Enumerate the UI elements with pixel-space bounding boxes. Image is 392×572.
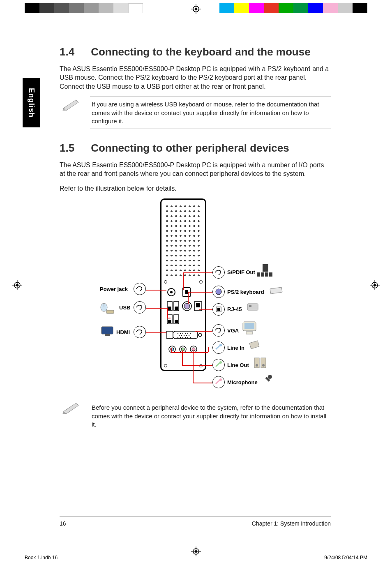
svg-point-3 [195, 8, 197, 10]
svg-rect-32 [166, 331, 173, 339]
section-heading-1-4: 1.4 Connecting to the keyboard and the m… [60, 45, 331, 59]
print-file: Book 1.indb 16 [25, 555, 58, 560]
note-block: If you are using a wireless USB keyboard… [62, 97, 331, 129]
note-pencil-icon [62, 400, 81, 415]
callout-label-rj45: RJ-45 [227, 306, 242, 312]
svg-point-47 [185, 337, 186, 338]
svg-point-15 [195, 550, 197, 553]
svg-point-76 [219, 361, 222, 364]
note-block: Before you connect a peripheral device t… [62, 400, 331, 432]
svg-point-40 [181, 335, 182, 336]
callout-label-usb: USB [119, 304, 130, 311]
note-text: Before you connect a peripheral device t… [90, 400, 331, 432]
usb-device-icon [105, 306, 115, 317]
svg-point-37 [187, 333, 188, 334]
language-tab: English [23, 78, 40, 127]
svg-point-48 [187, 337, 188, 338]
speakers-icon [254, 356, 267, 369]
svg-point-41 [184, 335, 184, 336]
svg-rect-60 [101, 327, 113, 334]
callout-circle [134, 326, 146, 338]
microphone-icon [263, 374, 273, 385]
callout-circle [212, 303, 225, 316]
svg-rect-23 [175, 307, 178, 310]
cassette-player-icon [249, 340, 260, 351]
svg-rect-64 [261, 272, 264, 277]
callout-circle [212, 341, 225, 354]
rear-panel-diagram: Power jack USB HDMI S/PDIF Out PS/2 [60, 198, 331, 392]
usb-ps2-rj45-row [166, 300, 200, 312]
svg-point-34 [180, 333, 181, 334]
page-footer: 16 Chapter 1: System introduction [60, 517, 331, 527]
svg-point-79 [256, 364, 258, 367]
svg-point-43 [189, 335, 189, 336]
callout-label-power: Power jack [100, 286, 128, 292]
svg-point-44 [178, 337, 178, 338]
registration-mark-icon [12, 280, 22, 292]
crt-monitor-icon [241, 321, 258, 335]
svg-rect-65 [265, 272, 268, 277]
chapter-label: Chapter 1: System introduction [252, 520, 331, 527]
svg-rect-62 [263, 264, 268, 272]
page-number: 16 [60, 520, 66, 527]
svg-point-17 [170, 291, 173, 293]
svg-rect-73 [244, 323, 254, 329]
speaker-system-icon [257, 264, 273, 277]
svg-point-67 [216, 289, 221, 295]
callout-label-spdif: S/PDIF Out [227, 269, 255, 275]
svg-rect-74 [246, 332, 253, 334]
modem-icon [247, 301, 259, 312]
svg-point-36 [185, 333, 186, 334]
svg-rect-59 [106, 310, 114, 314]
section-title: Connecting to the keyboard and the mouse [91, 45, 331, 59]
section-title: Connecting to other peripheral devices [91, 141, 331, 155]
svg-point-82 [268, 375, 272, 379]
callout-label-lineout: Line Out [227, 362, 249, 368]
svg-point-80 [262, 364, 265, 367]
svg-point-81 [219, 378, 222, 381]
callout-circle [212, 376, 225, 388]
usb-row-2 [166, 314, 200, 325]
svg-point-11 [374, 284, 376, 286]
svg-point-25 [184, 303, 190, 309]
svg-point-7 [16, 284, 18, 286]
svg-rect-69 [217, 308, 220, 311]
svg-rect-29 [168, 320, 171, 323]
registration-mark-icon [370, 280, 380, 292]
svg-point-45 [180, 337, 181, 338]
section-number: 1.4 [60, 45, 74, 59]
callout-label-hdmi: HDMI [116, 329, 130, 335]
svg-point-75 [219, 344, 222, 346]
svg-rect-66 [269, 272, 272, 277]
svg-rect-61 [105, 334, 110, 336]
svg-point-50 [198, 333, 202, 337]
svg-point-42 [186, 335, 187, 336]
note-text: If you are using a wireless USB keyboard… [90, 97, 331, 129]
svg-rect-27 [196, 303, 200, 307]
keyboard-icon [269, 286, 283, 295]
section-body: The ASUS Essentio ES5000/ES5000-P Deskto… [60, 65, 331, 91]
section-heading-1-5: 1.5 Connecting to other peripheral devic… [60, 141, 331, 155]
callout-label-vga: VGA [227, 328, 239, 334]
svg-rect-31 [175, 320, 178, 323]
svg-rect-21 [168, 307, 171, 310]
callout-label-linein: Line In [227, 345, 244, 351]
svg-rect-63 [257, 272, 260, 277]
callout-circle [212, 266, 225, 279]
callout-circle [212, 286, 225, 298]
svg-point-33 [178, 333, 178, 334]
callout-circle [134, 283, 146, 295]
svg-point-39 [179, 335, 180, 336]
print-slug-line: Book 1.indb 16 9/24/08 5:04:14 PM [25, 555, 367, 560]
svg-point-35 [182, 333, 183, 334]
section-number: 1.5 [60, 141, 74, 155]
tv-icon [101, 326, 114, 337]
svg-rect-70 [247, 304, 258, 310]
callout-label-ps2: PS/2 keyboard [227, 289, 264, 295]
section-body: Refer to the illustration below for deta… [60, 184, 331, 193]
svg-point-46 [182, 337, 183, 338]
ventilation-grille [165, 204, 202, 278]
registration-mark-icon [191, 4, 201, 16]
callout-circle [134, 301, 146, 314]
callout-circle [212, 324, 225, 337]
